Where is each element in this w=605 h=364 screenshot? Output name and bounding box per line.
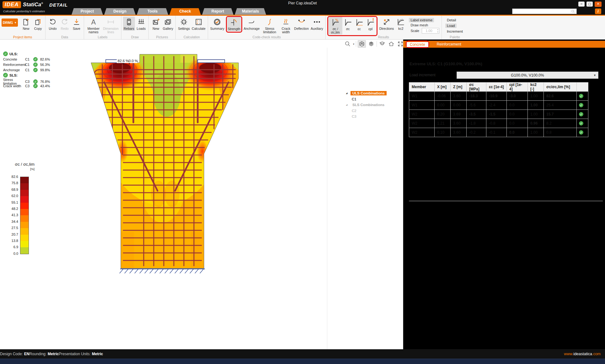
kc2-icon	[397, 17, 405, 27]
undo-icon	[49, 17, 57, 27]
palette-increment-option[interactable]: Increment	[445, 29, 464, 34]
svg-text:%: %	[335, 18, 338, 22]
copy-button[interactable]: Copy	[32, 17, 44, 31]
new-document-icon	[22, 17, 30, 27]
table-cell: 1.00	[528, 110, 544, 119]
eps-c-icon	[355, 17, 363, 27]
table-cell: -3.0	[507, 92, 528, 101]
base-support-hatching	[120, 269, 205, 273]
new-project-item-button[interactable]: New	[20, 17, 32, 31]
crack-width-button[interactable]: Crack width	[279, 17, 293, 34]
search-input[interactable]	[512, 8, 577, 14]
units-status: Presentation Units:Metric	[59, 352, 103, 356]
table-cell: 1.21	[435, 119, 451, 128]
table-cell: 1.00	[528, 92, 544, 101]
maximize-button[interactable]	[586, 2, 593, 7]
tab-concrete[interactable]: Concrete	[407, 42, 428, 47]
minimize-button[interactable]	[578, 2, 585, 7]
label-extreme-toggle[interactable]: Label extreme	[409, 18, 434, 22]
table-cell: -0.2	[467, 128, 486, 137]
website-link[interactable]: www.ideastatica.com	[564, 352, 601, 356]
column-header: X [m]	[435, 83, 451, 92]
tree-item-c3[interactable]: C3	[350, 114, 358, 119]
new-picture-button[interactable]: New	[150, 17, 162, 31]
gallery-button[interactable]: Gallery	[162, 17, 174, 31]
group-label-palette: Palette	[442, 35, 468, 39]
tab-check[interactable]: Check	[169, 8, 201, 15]
project-item-combo[interactable]: DRM1▼	[2, 19, 18, 27]
eps-c-button[interactable]: εc	[354, 17, 365, 35]
sigma-ratio-button[interactable]: % σc / σc,lim	[329, 17, 342, 35]
table-row[interactable]: W10.000.00-5.6-2.40.01.0025.4✓	[409, 101, 588, 110]
kc2-button[interactable]: kc2	[395, 17, 406, 31]
scale-label: Scale	[410, 29, 419, 33]
panel-divider	[403, 40, 403, 349]
eps-pl-icon: !	[367, 17, 375, 27]
check-ok-icon: ✓	[579, 112, 583, 116]
info-button[interactable]: i	[595, 8, 601, 14]
tree-row[interactable]: C1	[345, 96, 402, 102]
table-cell: 0.00	[451, 101, 467, 110]
tab-design[interactable]: Design	[104, 8, 136, 15]
tree-row[interactable]: C3	[345, 114, 402, 120]
scale-input[interactable]: 1.00 ▲▼	[422, 28, 439, 34]
deflection-button[interactable]: Deflection	[293, 17, 309, 31]
stress-limitation-button[interactable]: Stress limitation	[261, 17, 278, 34]
tree-row[interactable]: ◢SLS Combinations	[345, 102, 402, 108]
letter-a-icon: A	[89, 17, 98, 27]
column-header: εc [1e-4]	[486, 83, 507, 92]
main-nav-tabs: ProjectDesignToolsCheckReportMaterials	[72, 8, 266, 15]
draw-mesh-toggle[interactable]: Draw mesh	[409, 23, 439, 27]
tab-tools[interactable]: Tools	[137, 8, 168, 15]
tab-reinforcement[interactable]: Reinforcement	[434, 42, 464, 47]
anchorage-button[interactable]: Anchorage	[243, 17, 260, 31]
extreme-max-label: 82.6 %	[118, 59, 129, 63]
eps-pl-button[interactable]: ! εpl	[365, 17, 376, 35]
calculate-button[interactable]: +−×÷ Calculate	[191, 17, 206, 31]
expander-icon[interactable]: ◢	[345, 92, 351, 94]
settings-button[interactable]: </> Settings	[177, 17, 190, 31]
svg-text:!: !	[372, 18, 374, 22]
strength-button[interactable]: Strength	[227, 17, 241, 31]
group-label-results: Results	[326, 35, 442, 39]
check-ok-icon: ✓	[579, 121, 583, 126]
extreme-min-label: 0.0 %	[129, 59, 138, 63]
os-taskbar[interactable]	[0, 359, 605, 364]
loads-button[interactable]: Loads	[136, 17, 147, 31]
ribbon-group-results: % σc / σc,lim σc εc ! εpl Directio	[326, 16, 442, 39]
tree-row[interactable]: C2	[345, 108, 402, 114]
ribbon-group-data: Undo Redo Save Data	[46, 16, 84, 39]
tree-item-uls-combinations[interactable]: ULS Combinations	[351, 91, 387, 95]
table-cell: 8.2	[544, 119, 577, 128]
expander-icon[interactable]: ◢	[345, 104, 351, 106]
tree-item-c1[interactable]: C1	[350, 97, 358, 101]
tree-item-c2[interactable]: C2	[350, 109, 358, 113]
table-row[interactable]: W21.213.60-1.8-0.80.00.968.2✓	[409, 119, 588, 128]
sigma-c-button[interactable]: σc	[342, 17, 354, 35]
tab-report[interactable]: Report	[202, 8, 233, 15]
table-cell: 82.6	[544, 92, 577, 101]
undo-button[interactable]: Undo	[47, 17, 58, 31]
palette-load-option[interactable]: Load	[445, 24, 457, 28]
tab-project[interactable]: Project	[72, 8, 103, 15]
close-button[interactable]	[595, 2, 602, 7]
tree-item-sls-combinations[interactable]: SLS Combinations	[351, 103, 386, 107]
load-increment-select[interactable]: G100.0%, V100.0% ▼	[457, 72, 598, 79]
tree-row[interactable]: ◢ULS Combinations	[345, 90, 402, 96]
deflection-icon	[297, 17, 306, 27]
tab-materials[interactable]: Materials	[235, 8, 266, 15]
spinner-arrows-icon[interactable]: ▲▼	[437, 28, 439, 33]
load-increment-value: G100.0%, V100.0%	[511, 73, 544, 78]
palette-detail-option[interactable]: Detail	[445, 18, 464, 22]
member-names-button[interactable]: A Member names	[86, 17, 101, 34]
table-cell: W2	[409, 110, 435, 119]
table-row[interactable]: W1-0.063.60-18.3-10.9-3.01.0082.6✓	[409, 92, 588, 101]
summary-button[interactable]: Summary	[210, 17, 225, 31]
rebars-button[interactable]: Rebars	[123, 17, 135, 31]
save-button[interactable]: Save	[71, 17, 82, 31]
table-row[interactable]: W20.103.60-0.2-0.10.01.000.8✓	[409, 128, 588, 137]
directions-button[interactable]: Directions	[379, 17, 395, 31]
table-row[interactable]: W20.203.69-3.5-1.50.01.0015.7✓	[409, 110, 588, 119]
table-cell: 0.0	[507, 110, 528, 119]
auxiliary-button[interactable]: Auxiliary	[310, 17, 324, 31]
